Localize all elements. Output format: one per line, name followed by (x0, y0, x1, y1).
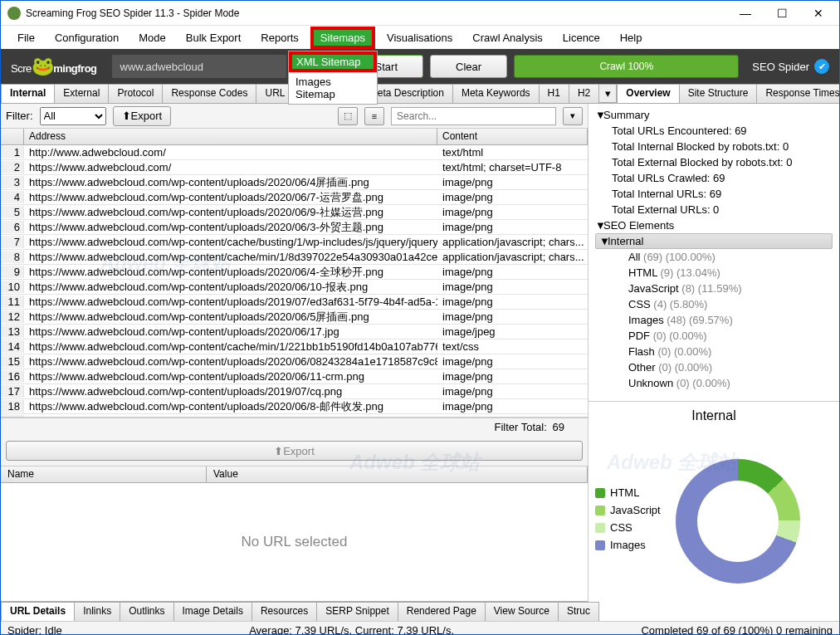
menu-sitemaps[interactable]: Sitemaps (310, 27, 375, 49)
right-tabs: OverviewSite StructureResponse Times▾ (617, 84, 840, 104)
tab-internal[interactable]: Internal (1, 84, 55, 103)
menu-reports[interactable]: Reports (252, 28, 307, 47)
view-list-icon[interactable]: ≡ (364, 107, 384, 125)
table-row[interactable]: 7https://www.adwebcloud.com/wp-content/c… (1, 235, 588, 250)
table-row[interactable]: 12https://www.adwebcloud.com/wp-content/… (1, 310, 588, 325)
search-input[interactable] (391, 107, 556, 125)
status-right: Completed 69 of 69 (100%) 0 remaining (641, 624, 833, 635)
tree-item[interactable]: HTML (9) (13.04%) (595, 265, 833, 281)
menu-crawl-analysis[interactable]: Crawl Analysis (464, 28, 551, 47)
tree-item[interactable]: Total External URLs: 0 (595, 202, 833, 217)
tree-item[interactable]: JavaScript (8) (11.59%) (595, 281, 833, 296)
detail-tab-image-details[interactable]: Image Details (173, 602, 252, 621)
sitemaps-dropdown: XML Sitemap Images Sitemap (288, 51, 378, 105)
overview-tree[interactable]: ▼SummaryTotal URLs Encountered: 69Total … (588, 104, 839, 401)
view-tree-icon[interactable]: ⬚ (338, 107, 358, 125)
close-button[interactable]: ✕ (808, 7, 829, 20)
menu-licence[interactable]: Licence (554, 28, 608, 47)
table-row[interactable]: 17https://www.adwebcloud.com/wp-content/… (1, 384, 588, 399)
table-row[interactable]: 3https://www.adwebcloud.com/wp-content/u… (1, 175, 588, 190)
tab-response-codes[interactable]: Response Codes (162, 84, 256, 103)
dropdown-images-sitemap[interactable]: Images Sitemap (289, 72, 377, 104)
dropdown-xml-sitemap[interactable]: XML Sitemap (289, 51, 377, 72)
table-row[interactable]: 16https://www.adwebcloud.com/wp-content/… (1, 369, 588, 384)
tab-external[interactable]: External (54, 84, 109, 103)
tab-h2[interactable]: H2 (569, 84, 599, 103)
tree-item[interactable]: Unknown (0) (0.00%) (595, 375, 833, 391)
table-row[interactable]: 11https://www.adwebcloud.com/wp-content/… (1, 295, 588, 310)
col-value[interactable]: Value (207, 466, 588, 482)
tab-meta-keywords[interactable]: Meta Keywords (452, 84, 540, 103)
tree-item[interactable]: Flash (0) (0.00%) (595, 344, 833, 359)
maximize-button[interactable]: ☐ (771, 7, 793, 20)
tree-item[interactable]: All (69) (100.00%) (595, 249, 833, 265)
export-detail-button[interactable]: ⬆ Export (6, 441, 583, 461)
table-row[interactable]: 14https://www.adwebcloud.com/wp-content/… (1, 339, 588, 354)
table-row[interactable]: 10https://www.adwebcloud.com/wp-content/… (1, 280, 588, 295)
detail-header: Name Value (1, 466, 588, 483)
col-name[interactable]: Name (1, 466, 207, 482)
tab-protocol[interactable]: Protocol (108, 84, 163, 103)
table-row[interactable]: 13https://www.adwebcloud.com/wp-content/… (1, 325, 588, 339)
grid-header: Address Content (1, 129, 588, 145)
legend-item: Images (595, 539, 661, 551)
table-row[interactable]: 15https://www.adwebcloud.com/wp-content/… (1, 354, 588, 369)
tree-item[interactable]: ▼Summary (595, 107, 833, 123)
detail-tab-url-details[interactable]: URL Details (1, 602, 75, 621)
grid-body[interactable]: 1http://www.adwebcloud.com/text/html2htt… (1, 145, 588, 417)
table-row[interactable]: 1http://www.adwebcloud.com/text/html (1, 145, 588, 160)
detail-tab-view-source[interactable]: View Source (485, 602, 559, 621)
right-tab-overview[interactable]: Overview (617, 84, 679, 103)
tree-item[interactable]: Total URLs Crawled: 69 (595, 170, 833, 186)
tree-item[interactable]: Images (48) (69.57%) (595, 312, 833, 328)
table-row[interactable]: 4https://www.adwebcloud.com/wp-content/u… (1, 190, 588, 205)
right-tab-response-times[interactable]: Response Times (756, 84, 840, 103)
filter-select[interactable]: All (40, 107, 106, 125)
menu-bulk-export[interactable]: Bulk Export (178, 28, 249, 47)
menu-visualisations[interactable]: Visualisations (378, 28, 461, 47)
menu-mode[interactable]: Mode (130, 28, 174, 47)
statusbar: Spider: Idle Average: 7.39 URL/s. Curren… (1, 621, 839, 635)
table-row[interactable]: 19https://www.adwebcloud.com/wp-content/… (1, 414, 588, 417)
tree-item[interactable]: Total Internal Blocked by robots.txt: 0 (595, 139, 833, 154)
detail-tab-inlinks[interactable]: Inlinks (74, 602, 120, 621)
clear-button[interactable]: Clear (430, 55, 507, 78)
menu-configuration[interactable]: Configuration (46, 28, 127, 47)
minimize-button[interactable]: — (735, 7, 756, 20)
tab-h1[interactable]: H1 (539, 84, 569, 103)
detail-tab-rendered-page[interactable]: Rendered Page (398, 602, 486, 621)
table-row[interactable]: 9https://www.adwebcloud.com/wp-content/u… (1, 265, 588, 280)
col-address[interactable]: Address (24, 129, 437, 144)
tree-item[interactable]: Other (0) (0.00%) (595, 359, 833, 375)
table-row[interactable]: 18https://www.adwebcloud.com/wp-content/… (1, 399, 588, 414)
tree-item[interactable]: Total External Blocked by robots.txt: 0 (595, 154, 833, 170)
right-panel: ▼SummaryTotal URLs Encountered: 69Total … (588, 104, 839, 621)
right-tab-site-structure[interactable]: Site Structure (679, 84, 758, 103)
menu-file[interactable]: File (9, 28, 43, 47)
detail-tab-resources[interactable]: Resources (252, 602, 317, 621)
detail-tab-outlinks[interactable]: Outlinks (120, 602, 173, 621)
col-num[interactable] (1, 129, 24, 144)
tree-item[interactable]: CSS (4) (5.80%) (595, 296, 833, 312)
bottom-tabs: URL DetailsInlinksOutlinksImage DetailsR… (1, 601, 588, 621)
tab-overflow-icon[interactable]: ▾ (598, 84, 617, 103)
tree-item[interactable]: ▼Internal (595, 233, 833, 249)
twitter-icon[interactable]: ✔ (814, 59, 829, 74)
table-row[interactable]: 6https://www.adwebcloud.com/wp-content/u… (1, 220, 588, 235)
col-content[interactable]: Content (437, 129, 588, 144)
tree-item[interactable]: Total URLs Encountered: 69 (595, 123, 833, 139)
brand-right: SEO Spider✔ (752, 59, 829, 74)
url-input[interactable]: www.adwebcloud (112, 55, 286, 78)
detail-tab-serp-snippet[interactable]: SERP Snippet (316, 602, 398, 621)
export-button[interactable]: ⬆ Export (113, 106, 172, 126)
table-row[interactable]: 5https://www.adwebcloud.com/wp-content/u… (1, 205, 588, 220)
tree-item[interactable]: Total Internal URLs: 69 (595, 186, 833, 202)
tree-item[interactable]: PDF (0) (0.00%) (595, 328, 833, 344)
search-options-icon[interactable]: ▾ (563, 107, 583, 125)
table-row[interactable]: 8https://www.adwebcloud.com/wp-content/c… (1, 250, 588, 265)
url-grid: Address Content 1http://www.adwebcloud.c… (1, 129, 588, 418)
chart-legend: HTMLJavaScriptCSSImages (595, 486, 661, 556)
tree-item[interactable]: ▼SEO Elements (595, 217, 833, 233)
menu-help[interactable]: Help (612, 28, 651, 47)
table-row[interactable]: 2https://www.adwebcloud.com/text/html; c… (1, 160, 588, 175)
